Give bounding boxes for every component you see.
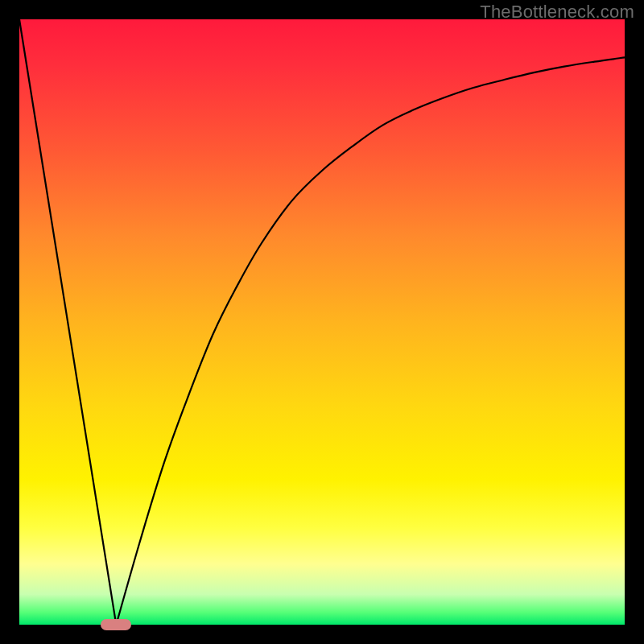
minimum-marker bbox=[101, 619, 131, 630]
chart-plot-area bbox=[19, 19, 625, 625]
curve-layer bbox=[19, 19, 625, 625]
curve-left-segment bbox=[19, 19, 116, 625]
curve-right-segment bbox=[116, 57, 625, 625]
